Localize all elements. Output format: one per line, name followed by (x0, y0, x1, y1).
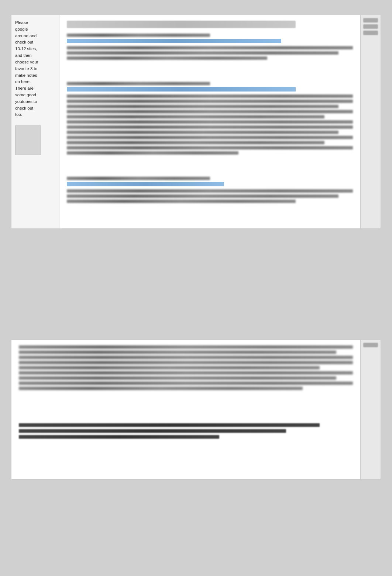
page-container: Please google around and check out 10-12… (0, 0, 392, 494)
entry-1 (67, 34, 353, 60)
right-item-3 (363, 31, 378, 35)
right-item-2 (363, 24, 378, 29)
entry-2-body (67, 94, 353, 155)
bottom-right-item-1 (363, 343, 378, 347)
main-content-area (59, 15, 360, 228)
entry-1-label (67, 34, 353, 37)
instruction-word-andthen: and then (15, 53, 32, 58)
entry-3 (67, 177, 353, 203)
entry-1-link[interactable] (67, 39, 281, 43)
instruction-word-checkout2: check out (15, 106, 33, 110)
bottom-footer-section (19, 423, 353, 439)
bottom-main-content (11, 340, 360, 479)
right-item-1 (363, 18, 378, 23)
panel-gap (0, 236, 392, 332)
entry-2-label (67, 82, 353, 85)
bottom-document-panel (11, 339, 381, 480)
top-document-panel: Please google around and check out 10-12… (11, 15, 381, 229)
instruction-word-choose: choose your (15, 60, 38, 64)
entry-2 (67, 82, 353, 155)
instruction-word-around: around and (15, 34, 37, 38)
document-header (67, 21, 296, 28)
entry-3-label (67, 177, 353, 180)
instruction-word-checkout: check out (15, 40, 33, 44)
entry-3-link[interactable] (67, 182, 224, 186)
entry-3-body (67, 189, 353, 203)
spacer-1 (67, 67, 353, 82)
bottom-inner-spacer (19, 397, 353, 416)
instruction-text: Please google around and check out 10-12… (15, 20, 55, 118)
bottom-right-sidebar (360, 340, 381, 479)
sidebar-thumbnail (15, 125, 41, 155)
sidebar-instructions: Please google around and check out 10-12… (11, 15, 59, 228)
entry-1-body (67, 46, 353, 60)
spacer-2 (67, 162, 353, 177)
right-sidebar (360, 15, 381, 228)
instruction-word-thereare: There are (15, 86, 34, 90)
bottom-body-text (19, 345, 353, 390)
instruction-word-please: Please (15, 20, 28, 25)
entry-2-link[interactable] (67, 87, 296, 92)
